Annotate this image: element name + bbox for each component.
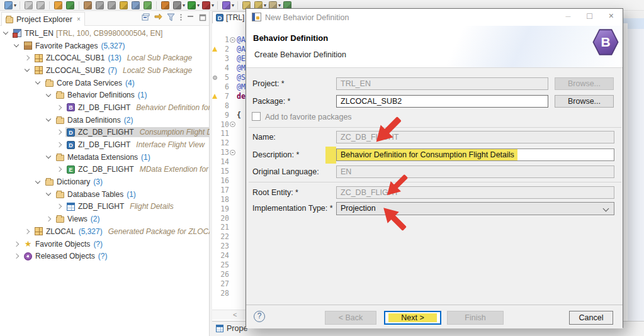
- link-with-editor-icon[interactable]: [66, 1, 74, 9]
- code-token: {: [237, 111, 241, 120]
- dialog-header-subtitle: Create Behavior Definition: [254, 50, 346, 59]
- chevron-collapsed-icon[interactable]: [57, 142, 62, 147]
- add-to-favorites-checkbox[interactable]: [252, 112, 261, 121]
- chevron-collapsed-icon[interactable]: [14, 254, 19, 259]
- tree-item-core data services[interactable]: Core Data Services(4): [0, 77, 210, 89]
- tree-item-zi_db_flight[interactable]: BZI_DB_FLIGHTBehavior Definition for I: [0, 101, 210, 114]
- chevron-collapsed-icon[interactable]: [25, 55, 30, 60]
- save-icon[interactable]: [25, 1, 33, 9]
- tree-item-zi_db_flight[interactable]: DZI_DB_FLIGHTInterface Flight View: [0, 138, 210, 151]
- help-button[interactable]: ?: [254, 311, 265, 322]
- minimize-icon[interactable]: [187, 14, 195, 21]
- tree-item-data definitions[interactable]: Data Definitions(2): [0, 114, 210, 126]
- chevron-down-icon[interactable]: ▾: [232, 3, 234, 8]
- chevron-down-icon[interactable]: ▾: [212, 3, 214, 8]
- tree-item-favorite packages[interactable]: Favorite Packages(5,327): [0, 40, 210, 52]
- tree-item-released objects[interactable]: Released Objects(?): [0, 250, 210, 262]
- maximize-icon[interactable]: [199, 14, 206, 21]
- description-field[interactable]: Behavior Definition for Consumption Flig…: [336, 148, 614, 161]
- tree-item-count: (5,327): [101, 42, 125, 50]
- marker-column: [212, 242, 218, 250]
- activate-all-icon[interactable]: [144, 1, 152, 9]
- tree-item-description: MData Extendion for Fl: [140, 165, 210, 174]
- chevron-collapsed-icon[interactable]: [57, 130, 62, 135]
- chevron-expanded-icon[interactable]: [14, 42, 19, 47]
- new-wizard-icon[interactable]: [4, 1, 13, 9]
- chevron-expanded-icon[interactable]: [25, 67, 30, 72]
- filter-icon[interactable]: [167, 13, 175, 21]
- close-icon[interactable]: ×: [609, 11, 614, 21]
- refresh-icon[interactable]: [96, 1, 104, 9]
- tree-item-trl_en[interactable]: TRL_EN[TRL, 100, CB9980000504, EN]: [0, 27, 210, 40]
- chevron-collapsed-icon[interactable]: [57, 204, 62, 209]
- add-to-favorites-label: Add to favorite packages: [265, 113, 352, 121]
- package-browse-button[interactable]: Browse...: [555, 95, 614, 108]
- settings-box-icon[interactable]: [161, 1, 169, 9]
- open-development-object-icon[interactable]: [54, 1, 62, 9]
- check-document-icon[interactable]: [120, 1, 128, 9]
- tree-item-views[interactable]: Views(2): [0, 213, 210, 225]
- chevron-collapsed-icon[interactable]: [57, 105, 62, 110]
- chevron-expanded-icon[interactable]: [46, 154, 51, 159]
- search-icon[interactable]: [222, 1, 230, 9]
- tree-item-zlocal[interactable]: ZLOCAL(5,327)Generated Package for ZLOCA…: [0, 225, 210, 238]
- chevron-collapsed-icon[interactable]: [14, 241, 19, 246]
- properties-tab-label: Prope: [227, 324, 247, 333]
- chevron-collapsed-icon[interactable]: [46, 216, 51, 221]
- tree-item-zc_db_flight[interactable]: EZC_DB_FLIGHTMData Extendion for Fl: [0, 164, 210, 176]
- link-with-editor-icon[interactable]: [154, 13, 162, 21]
- chevron-expanded-icon[interactable]: [35, 178, 40, 183]
- chevron-down-icon[interactable]: ▾: [14, 3, 16, 8]
- chevron-expanded-icon[interactable]: [46, 191, 51, 196]
- activate-icon[interactable]: [84, 1, 92, 9]
- tab-project-explorer[interactable]: Project Explorer ×: [1, 12, 85, 26]
- code-token: @S: [237, 73, 246, 82]
- close-icon[interactable]: ×: [77, 16, 81, 23]
- red-arrow-annotation: [375, 205, 413, 232]
- tree-item-zlcocal_sub1[interactable]: ZLCOCAL_SUB1(13)Local Sub Package: [0, 52, 210, 64]
- chevron-down-icon[interactable]: ▾: [264, 3, 266, 8]
- cancel-button[interactable]: Cancel: [569, 311, 613, 325]
- fold-collapse-icon[interactable]: [230, 150, 235, 155]
- chevron-collapsed-icon[interactable]: [57, 167, 62, 172]
- next-button[interactable]: Next >: [384, 311, 441, 325]
- minimize-icon: –: [566, 11, 571, 21]
- save-all-icon[interactable]: [37, 1, 45, 9]
- application-window: ▾▾▾▾▾▾▾ Project Explorer × TRL_EN[TRL, 1…: [0, 0, 644, 336]
- tree-item-zdb_flight[interactable]: ZDB_FLIGHTFlight Details: [0, 201, 210, 213]
- run-icon[interactable]: [188, 1, 196, 9]
- chevron-down-icon[interactable]: ▾: [278, 3, 281, 8]
- chevron-expanded-icon[interactable]: [3, 30, 8, 35]
- tab-properties[interactable]: Prope: [216, 324, 247, 333]
- collapse-all-icon[interactable]: [142, 13, 150, 21]
- tree-item-dictionary[interactable]: Dictionary(3): [0, 176, 210, 188]
- scroll-left-arrow-icon[interactable]: <: [233, 311, 237, 318]
- print-icon[interactable]: [108, 1, 116, 9]
- chevron-down-icon[interactable]: ▾: [183, 3, 185, 8]
- chevron-collapsed-icon[interactable]: [25, 229, 30, 234]
- chevron-down-icon[interactable]: ▾: [197, 3, 200, 8]
- project-explorer-tree: TRL_EN[TRL, 100, CB9980000504, EN]Favori…: [0, 27, 210, 336]
- chevron-expanded-icon[interactable]: [46, 116, 51, 121]
- debug-icon[interactable]: [202, 1, 210, 9]
- view-menu-icon[interactable]: [179, 13, 183, 21]
- chevron-expanded-icon[interactable]: [35, 79, 40, 84]
- package-field[interactable]: ZLCOCAL_SUB2: [336, 95, 548, 108]
- fold-collapse-icon[interactable]: [230, 37, 235, 43]
- fold-collapse-icon[interactable]: [230, 121, 235, 127]
- gear-icon[interactable]: [173, 1, 181, 9]
- tree-item-zlcocal_sub2[interactable]: ZLCOCAL_SUB2(7)Local2 Sub Package: [0, 64, 210, 77]
- chevron-expanded-icon[interactable]: [46, 92, 51, 97]
- maximize-icon[interactable]: □: [587, 11, 592, 21]
- tree-item-description: Local Sub Package: [127, 53, 192, 62]
- tree-item-behavior definitions[interactable]: Behavior Definitions(1): [0, 89, 210, 101]
- tree-item-favorite objects[interactable]: ★Favorite Objects(?): [0, 238, 210, 250]
- tree-item-label: Favorite Packages: [35, 42, 98, 50]
- tree-item-database tables[interactable]: Database Tables(1): [0, 188, 210, 201]
- warning-icon: [212, 92, 218, 100]
- transport-icon[interactable]: [132, 1, 140, 9]
- tree-item-metadata extensions[interactable]: Metadata Extensions(1): [0, 151, 210, 164]
- fold-column: [230, 225, 235, 230]
- tree-item-zc_db_flight[interactable]: DZC_DB_FLIGHTConsumption Flight De: [0, 126, 210, 139]
- marker-column: [212, 111, 218, 119]
